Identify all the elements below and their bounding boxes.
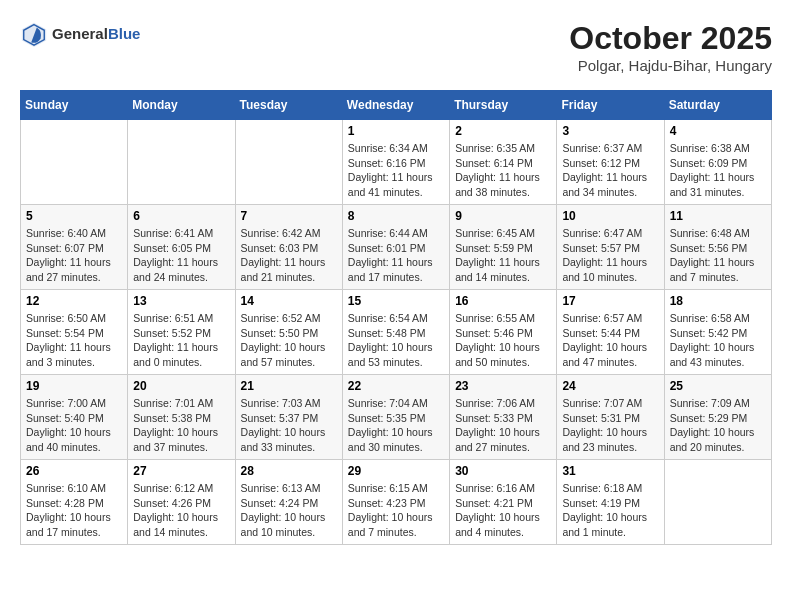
logo-blue: Blue xyxy=(108,25,141,42)
day-number: 6 xyxy=(133,209,229,223)
day-number: 27 xyxy=(133,464,229,478)
logo-text: GeneralBlue xyxy=(52,26,140,43)
day-info: Sunrise: 6:13 AMSunset: 4:24 PMDaylight:… xyxy=(241,481,337,540)
day-number: 7 xyxy=(241,209,337,223)
day-number: 10 xyxy=(562,209,658,223)
day-info: Sunrise: 6:37 AMSunset: 6:12 PMDaylight:… xyxy=(562,141,658,200)
day-info: Sunrise: 6:50 AMSunset: 5:54 PMDaylight:… xyxy=(26,311,122,370)
calendar-cell: 2Sunrise: 6:35 AMSunset: 6:14 PMDaylight… xyxy=(450,120,557,205)
day-number: 8 xyxy=(348,209,444,223)
calendar-cell: 23Sunrise: 7:06 AMSunset: 5:33 PMDayligh… xyxy=(450,375,557,460)
calendar-week-row: 26Sunrise: 6:10 AMSunset: 4:28 PMDayligh… xyxy=(21,460,772,545)
logo: GeneralBlue xyxy=(20,20,140,48)
day-info: Sunrise: 7:07 AMSunset: 5:31 PMDaylight:… xyxy=(562,396,658,455)
day-info: Sunrise: 7:00 AMSunset: 5:40 PMDaylight:… xyxy=(26,396,122,455)
day-info: Sunrise: 7:01 AMSunset: 5:38 PMDaylight:… xyxy=(133,396,229,455)
calendar-cell: 1Sunrise: 6:34 AMSunset: 6:16 PMDaylight… xyxy=(342,120,449,205)
calendar-cell: 8Sunrise: 6:44 AMSunset: 6:01 PMDaylight… xyxy=(342,205,449,290)
day-info: Sunrise: 7:04 AMSunset: 5:35 PMDaylight:… xyxy=(348,396,444,455)
calendar-week-row: 5Sunrise: 6:40 AMSunset: 6:07 PMDaylight… xyxy=(21,205,772,290)
day-info: Sunrise: 6:52 AMSunset: 5:50 PMDaylight:… xyxy=(241,311,337,370)
calendar-cell: 13Sunrise: 6:51 AMSunset: 5:52 PMDayligh… xyxy=(128,290,235,375)
day-info: Sunrise: 6:10 AMSunset: 4:28 PMDaylight:… xyxy=(26,481,122,540)
calendar-cell: 17Sunrise: 6:57 AMSunset: 5:44 PMDayligh… xyxy=(557,290,664,375)
day-number: 15 xyxy=(348,294,444,308)
logo-general: General xyxy=(52,25,108,42)
calendar-cell: 22Sunrise: 7:04 AMSunset: 5:35 PMDayligh… xyxy=(342,375,449,460)
day-number: 14 xyxy=(241,294,337,308)
day-info: Sunrise: 6:48 AMSunset: 5:56 PMDaylight:… xyxy=(670,226,766,285)
calendar-cell: 24Sunrise: 7:07 AMSunset: 5:31 PMDayligh… xyxy=(557,375,664,460)
day-info: Sunrise: 6:15 AMSunset: 4:23 PMDaylight:… xyxy=(348,481,444,540)
calendar-cell: 12Sunrise: 6:50 AMSunset: 5:54 PMDayligh… xyxy=(21,290,128,375)
day-number: 3 xyxy=(562,124,658,138)
calendar-cell: 26Sunrise: 6:10 AMSunset: 4:28 PMDayligh… xyxy=(21,460,128,545)
day-info: Sunrise: 6:18 AMSunset: 4:19 PMDaylight:… xyxy=(562,481,658,540)
calendar-week-row: 19Sunrise: 7:00 AMSunset: 5:40 PMDayligh… xyxy=(21,375,772,460)
location: Polgar, Hajdu-Bihar, Hungary xyxy=(569,57,772,74)
calendar-cell: 31Sunrise: 6:18 AMSunset: 4:19 PMDayligh… xyxy=(557,460,664,545)
day-info: Sunrise: 6:51 AMSunset: 5:52 PMDaylight:… xyxy=(133,311,229,370)
calendar-cell: 16Sunrise: 6:55 AMSunset: 5:46 PMDayligh… xyxy=(450,290,557,375)
day-info: Sunrise: 6:16 AMSunset: 4:21 PMDaylight:… xyxy=(455,481,551,540)
day-info: Sunrise: 7:03 AMSunset: 5:37 PMDaylight:… xyxy=(241,396,337,455)
day-number: 26 xyxy=(26,464,122,478)
calendar-cell: 6Sunrise: 6:41 AMSunset: 6:05 PMDaylight… xyxy=(128,205,235,290)
day-info: Sunrise: 6:41 AMSunset: 6:05 PMDaylight:… xyxy=(133,226,229,285)
day-number: 4 xyxy=(670,124,766,138)
day-number: 31 xyxy=(562,464,658,478)
calendar-cell: 9Sunrise: 6:45 AMSunset: 5:59 PMDaylight… xyxy=(450,205,557,290)
day-info: Sunrise: 6:35 AMSunset: 6:14 PMDaylight:… xyxy=(455,141,551,200)
calendar-cell: 20Sunrise: 7:01 AMSunset: 5:38 PMDayligh… xyxy=(128,375,235,460)
title-block: October 2025 Polgar, Hajdu-Bihar, Hungar… xyxy=(569,20,772,74)
day-info: Sunrise: 6:57 AMSunset: 5:44 PMDaylight:… xyxy=(562,311,658,370)
day-number: 28 xyxy=(241,464,337,478)
day-number: 1 xyxy=(348,124,444,138)
day-info: Sunrise: 6:38 AMSunset: 6:09 PMDaylight:… xyxy=(670,141,766,200)
day-info: Sunrise: 6:58 AMSunset: 5:42 PMDaylight:… xyxy=(670,311,766,370)
calendar-cell xyxy=(664,460,771,545)
day-info: Sunrise: 6:47 AMSunset: 5:57 PMDaylight:… xyxy=(562,226,658,285)
calendar-cell: 4Sunrise: 6:38 AMSunset: 6:09 PMDaylight… xyxy=(664,120,771,205)
calendar-week-row: 12Sunrise: 6:50 AMSunset: 5:54 PMDayligh… xyxy=(21,290,772,375)
day-number: 22 xyxy=(348,379,444,393)
day-number: 17 xyxy=(562,294,658,308)
day-number: 16 xyxy=(455,294,551,308)
calendar-cell: 15Sunrise: 6:54 AMSunset: 5:48 PMDayligh… xyxy=(342,290,449,375)
calendar-cell: 29Sunrise: 6:15 AMSunset: 4:23 PMDayligh… xyxy=(342,460,449,545)
day-info: Sunrise: 6:44 AMSunset: 6:01 PMDaylight:… xyxy=(348,226,444,285)
logo-icon xyxy=(20,20,48,48)
day-info: Sunrise: 6:12 AMSunset: 4:26 PMDaylight:… xyxy=(133,481,229,540)
calendar-cell: 11Sunrise: 6:48 AMSunset: 5:56 PMDayligh… xyxy=(664,205,771,290)
day-number: 21 xyxy=(241,379,337,393)
col-header-wednesday: Wednesday xyxy=(342,91,449,120)
calendar-cell xyxy=(235,120,342,205)
calendar-cell: 25Sunrise: 7:09 AMSunset: 5:29 PMDayligh… xyxy=(664,375,771,460)
calendar-cell: 28Sunrise: 6:13 AMSunset: 4:24 PMDayligh… xyxy=(235,460,342,545)
calendar-cell: 30Sunrise: 6:16 AMSunset: 4:21 PMDayligh… xyxy=(450,460,557,545)
calendar-table: SundayMondayTuesdayWednesdayThursdayFrid… xyxy=(20,90,772,545)
day-number: 24 xyxy=(562,379,658,393)
day-number: 18 xyxy=(670,294,766,308)
day-number: 29 xyxy=(348,464,444,478)
day-number: 20 xyxy=(133,379,229,393)
calendar-cell: 14Sunrise: 6:52 AMSunset: 5:50 PMDayligh… xyxy=(235,290,342,375)
day-number: 13 xyxy=(133,294,229,308)
day-number: 25 xyxy=(670,379,766,393)
day-number: 11 xyxy=(670,209,766,223)
calendar-cell: 5Sunrise: 6:40 AMSunset: 6:07 PMDaylight… xyxy=(21,205,128,290)
calendar-cell xyxy=(128,120,235,205)
calendar-header-row: SundayMondayTuesdayWednesdayThursdayFrid… xyxy=(21,91,772,120)
calendar-cell: 27Sunrise: 6:12 AMSunset: 4:26 PMDayligh… xyxy=(128,460,235,545)
col-header-saturday: Saturday xyxy=(664,91,771,120)
day-info: Sunrise: 6:42 AMSunset: 6:03 PMDaylight:… xyxy=(241,226,337,285)
calendar-cell: 7Sunrise: 6:42 AMSunset: 6:03 PMDaylight… xyxy=(235,205,342,290)
day-info: Sunrise: 6:40 AMSunset: 6:07 PMDaylight:… xyxy=(26,226,122,285)
day-info: Sunrise: 6:34 AMSunset: 6:16 PMDaylight:… xyxy=(348,141,444,200)
day-info: Sunrise: 6:45 AMSunset: 5:59 PMDaylight:… xyxy=(455,226,551,285)
calendar-cell: 10Sunrise: 6:47 AMSunset: 5:57 PMDayligh… xyxy=(557,205,664,290)
col-header-thursday: Thursday xyxy=(450,91,557,120)
day-number: 5 xyxy=(26,209,122,223)
day-number: 12 xyxy=(26,294,122,308)
col-header-tuesday: Tuesday xyxy=(235,91,342,120)
